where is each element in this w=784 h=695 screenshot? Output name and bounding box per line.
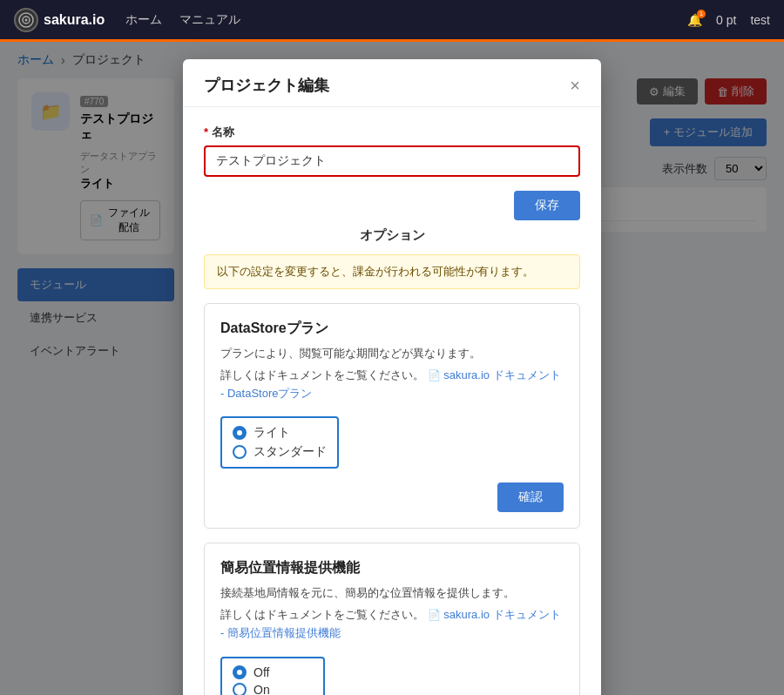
- badge-count: 1: [697, 10, 706, 18]
- location-section: 簡易位置情報提供機能 接続基地局情報を元に、簡易的な位置情報を提供します。 詳し…: [204, 543, 580, 695]
- datastore-desc2: 詳しくはドキュメントをご覧ください。 📄 sakura.io ドキュメント - …: [220, 367, 564, 403]
- nav-home[interactable]: ホーム: [125, 12, 162, 28]
- datastore-label-standard: スタンダード: [253, 444, 327, 460]
- svg-point-2: [25, 18, 28, 21]
- logo-text: sakura.io: [44, 12, 105, 28]
- save-button[interactable]: 保存: [514, 191, 580, 220]
- datastore-label-light: ライト: [253, 425, 290, 441]
- user-menu[interactable]: test: [750, 13, 770, 27]
- datastore-desc1: プランにより、閲覧可能な期間などが異なります。: [220, 345, 564, 363]
- datastore-link-icon: 📄: [428, 369, 441, 381]
- notification-badge[interactable]: 🔔 1: [687, 13, 702, 27]
- warning-box: 以下の設定を変更すると、課金が行われる可能性が有ります。: [204, 254, 580, 289]
- location-title: 簡易位置情報提供機能: [220, 559, 564, 577]
- modal-header: プロジェクト編集 ×: [183, 59, 601, 107]
- logo-icon: [14, 8, 38, 32]
- location-radio-off[interactable]: [233, 665, 247, 679]
- datastore-radio-standard[interactable]: [233, 445, 247, 459]
- datastore-section: DataStoreプラン プランにより、閲覧可能な期間などが異なります。 詳しく…: [204, 303, 580, 529]
- datastore-option-standard[interactable]: スタンダード: [233, 444, 327, 460]
- datastore-option-light[interactable]: ライト: [233, 425, 327, 441]
- options-title: オプション: [204, 227, 580, 244]
- datastore-title: DataStoreプラン: [220, 320, 564, 338]
- datastore-radio-group: ライト スタンダード: [220, 416, 339, 469]
- modal-overlay[interactable]: プロジェクト編集 × *名称 保存 オプション 以下の設定を変更すると、課金が行…: [0, 42, 784, 695]
- field-required-star: *: [204, 125, 208, 138]
- location-option-on[interactable]: On: [233, 683, 313, 695]
- nav-links: ホーム マニュアル: [125, 12, 666, 28]
- location-link-icon: 📄: [428, 609, 441, 621]
- field-label-name: *名称: [204, 125, 580, 140]
- modal-close-button[interactable]: ×: [570, 77, 580, 94]
- page-background: ホーム › プロジェクト 📁 #770 テストプロジェ データストアプラン ライ…: [0, 42, 784, 695]
- nav-manual[interactable]: マニュアル: [179, 12, 240, 28]
- points-display: 0 pt: [716, 13, 736, 27]
- project-name-input[interactable]: [204, 145, 580, 177]
- location-label-off: Off: [253, 665, 269, 679]
- logo: sakura.io: [14, 8, 105, 32]
- modal-body: *名称 保存 オプション 以下の設定を変更すると、課金が行われる可能性が有ります…: [183, 107, 601, 695]
- project-edit-modal: プロジェクト編集 × *名称 保存 オプション 以下の設定を変更すると、課金が行…: [183, 59, 601, 695]
- modal-title: プロジェクト編集: [204, 75, 329, 96]
- location-radio-on[interactable]: [233, 683, 247, 695]
- top-nav: sakura.io ホーム マニュアル 🔔 1 0 pt test: [0, 0, 784, 42]
- nav-right: 🔔 1 0 pt test: [687, 13, 770, 27]
- location-radio-group: Off On: [220, 657, 325, 695]
- datastore-radio-light[interactable]: [233, 426, 247, 440]
- location-label-on: On: [253, 683, 270, 695]
- location-option-off[interactable]: Off: [233, 665, 313, 679]
- location-desc1: 接続基地局情報を元に、簡易的な位置情報を提供します。: [220, 584, 564, 603]
- warning-text: 以下の設定を変更すると、課金が行われる可能性が有ります。: [217, 265, 534, 278]
- location-desc2: 詳しくはドキュメントをご覧ください。 📄 sakura.io ドキュメント - …: [220, 606, 564, 643]
- datastore-confirm-button[interactable]: 確認: [497, 482, 564, 512]
